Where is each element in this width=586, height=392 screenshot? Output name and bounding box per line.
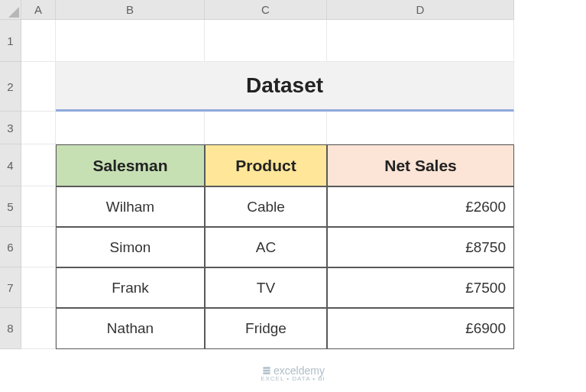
row-header-1[interactable]: 1 bbox=[0, 20, 21, 62]
table-row[interactable]: AC bbox=[205, 227, 327, 267]
table-row[interactable]: Frank bbox=[56, 267, 205, 308]
row-header-7[interactable]: 7 bbox=[0, 267, 21, 308]
watermark-tagline: EXCEL • DATA • BI bbox=[0, 375, 586, 382]
col-header-C[interactable]: C bbox=[205, 0, 327, 20]
cell-A2[interactable] bbox=[21, 62, 56, 112]
cell-A8[interactable] bbox=[21, 308, 56, 349]
cell-B1[interactable] bbox=[56, 20, 205, 62]
cell-A3[interactable] bbox=[21, 112, 56, 144]
header-salesman[interactable]: Salesman bbox=[56, 144, 205, 186]
cell-A5[interactable] bbox=[21, 186, 56, 227]
header-product[interactable]: Product bbox=[205, 144, 327, 186]
exceldemy-icon bbox=[261, 365, 272, 376]
row-header-3[interactable]: 3 bbox=[0, 112, 21, 144]
col-header-B[interactable]: B bbox=[56, 0, 205, 20]
table-row[interactable]: £2600 bbox=[327, 186, 514, 227]
table-row[interactable]: Cable bbox=[205, 186, 327, 227]
cell-D3[interactable] bbox=[327, 112, 514, 144]
cell-A6[interactable] bbox=[21, 227, 56, 267]
row-header-8[interactable]: 8 bbox=[0, 308, 21, 349]
row-header-2[interactable]: 2 bbox=[0, 62, 21, 112]
cell-A4[interactable] bbox=[21, 144, 56, 186]
cell-C1[interactable] bbox=[205, 20, 327, 62]
watermark: exceldemy EXCEL • DATA • BI bbox=[0, 364, 586, 382]
table-row[interactable]: £6900 bbox=[327, 308, 514, 349]
table-row[interactable]: £8750 bbox=[327, 227, 514, 267]
cell-A1[interactable] bbox=[21, 20, 56, 62]
table-row[interactable]: £7500 bbox=[327, 267, 514, 308]
col-header-A[interactable]: A bbox=[21, 0, 56, 20]
dataset-title[interactable]: Dataset bbox=[56, 62, 514, 112]
table-row[interactable]: Wilham bbox=[56, 186, 205, 227]
table-row[interactable]: TV bbox=[205, 267, 327, 308]
cell-A7[interactable] bbox=[21, 267, 56, 308]
select-all-corner[interactable] bbox=[0, 0, 21, 20]
row-header-4[interactable]: 4 bbox=[0, 144, 21, 186]
table-row[interactable]: Simon bbox=[56, 227, 205, 267]
table-row[interactable]: Fridge bbox=[205, 308, 327, 349]
watermark-brand: exceldemy bbox=[274, 364, 325, 377]
spreadsheet-grid: A B C D 1 2 Dataset 3 4 Salesman Product… bbox=[0, 0, 586, 349]
col-header-D[interactable]: D bbox=[327, 0, 514, 20]
cell-C3[interactable] bbox=[205, 112, 327, 144]
cell-D1[interactable] bbox=[327, 20, 514, 62]
cell-B3[interactable] bbox=[56, 112, 205, 144]
header-netsales[interactable]: Net Sales bbox=[327, 144, 514, 186]
row-header-6[interactable]: 6 bbox=[0, 227, 21, 267]
row-header-5[interactable]: 5 bbox=[0, 186, 21, 227]
table-row[interactable]: Nathan bbox=[56, 308, 205, 349]
